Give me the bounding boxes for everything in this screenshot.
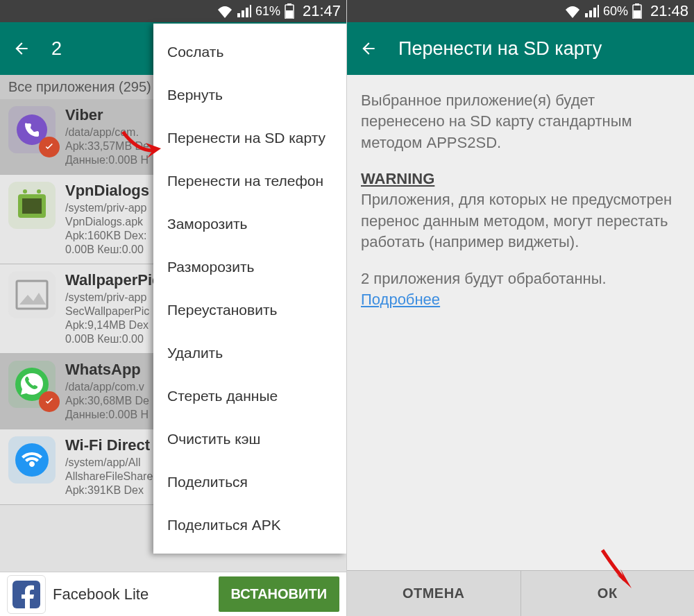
menu-item[interactable]: Стереть данные [153, 375, 346, 418]
appbar-title: Перенести на SD карту [398, 38, 602, 60]
svg-point-7 [37, 189, 41, 194]
signal-icon [237, 5, 251, 17]
svg-rect-1 [287, 3, 291, 6]
menu-item[interactable]: Вернуть [153, 74, 346, 117]
menu-item[interactable]: Перенести на SD карту [153, 117, 346, 160]
svg-rect-2 [286, 10, 293, 18]
dialog-paragraph: Выбранное приложение(я) будет перенесено… [361, 90, 680, 153]
status-bar: 60% 21:48 [347, 0, 694, 22]
check-badge-icon [39, 391, 60, 412]
app-icon [8, 271, 56, 318]
status-time: 21:48 [650, 2, 688, 20]
menu-item[interactable]: Переустановить [153, 289, 346, 332]
app-bar: Перенести на SD карту [347, 22, 694, 75]
menu-item[interactable]: Поделиться APK [153, 504, 346, 547]
menu-item[interactable]: Заморозить [153, 203, 346, 246]
battery-percent: 61% [255, 4, 280, 19]
menu-item[interactable]: Очистить кэш [153, 418, 346, 461]
svg-rect-13 [635, 3, 639, 6]
check-badge-icon [39, 137, 60, 157]
screen-right: 60% 21:48 Перенести на SD карту Выбранно… [347, 0, 694, 616]
app-icon-wrap [8, 106, 57, 155]
status-icons: 60% [564, 3, 642, 19]
processed-count-text: 2 приложения будут обработанны. [361, 270, 607, 287]
warning-title: WARNING [361, 169, 680, 189]
app-icon-wrap [8, 436, 57, 485]
back-icon[interactable] [359, 40, 378, 58]
app-icon [8, 436, 56, 484]
menu-item[interactable]: Сослать [153, 31, 346, 74]
signal-icon [585, 5, 599, 17]
status-time: 21:47 [303, 2, 341, 20]
battery-icon [285, 3, 294, 19]
menu-item[interactable]: Разморозить [153, 246, 346, 289]
back-icon[interactable] [12, 40, 31, 58]
warning-text: Приложения, для которых не предусмотрен … [361, 191, 672, 250]
svg-rect-5 [22, 198, 42, 214]
wifi-icon [564, 4, 581, 18]
menu-item[interactable]: Поделиться [153, 461, 346, 504]
screen-left: 61% 21:47 2 Все приложения (295) Viber /… [0, 0, 347, 616]
details-link[interactable]: Подробнее [361, 291, 440, 308]
ad-text: Facebook Lite [53, 585, 219, 604]
menu-item[interactable]: Удалить [153, 332, 346, 375]
ok-button[interactable]: ОК [520, 571, 695, 616]
facebook-icon [7, 575, 46, 614]
dialog-buttons: ОТМЕНА ОК [347, 570, 694, 616]
app-icon-wrap [8, 182, 57, 230]
ad-bar: Facebook Lite ВСТАНОВИТИ [0, 572, 346, 616]
battery-icon [632, 3, 642, 19]
menu-item[interactable]: Перенести на телефон [153, 160, 346, 203]
dialog-warning: WARNING Приложения, для которых не преду… [361, 169, 680, 253]
battery-percent: 60% [603, 4, 628, 19]
wifi-icon [217, 4, 233, 18]
status-icons: 61% [217, 3, 294, 19]
install-button[interactable]: ВСТАНОВИТИ [219, 576, 339, 612]
svg-point-6 [23, 189, 27, 194]
status-bar: 61% 21:47 [0, 0, 346, 22]
app-icon-wrap [8, 271, 57, 320]
app-icon-wrap [8, 361, 57, 409]
context-menu: СослатьВернутьПеренести на SD картуПерен… [153, 24, 346, 554]
cancel-button[interactable]: ОТМЕНА [347, 571, 520, 616]
app-icon [8, 182, 56, 229]
svg-rect-14 [634, 10, 641, 18]
dialog-body: Выбранное приложение(я) будет перенесено… [347, 75, 694, 570]
dialog-paragraph: 2 приложения будут обработанны. Подробне… [361, 268, 680, 311]
appbar-title: 2 [51, 38, 62, 60]
